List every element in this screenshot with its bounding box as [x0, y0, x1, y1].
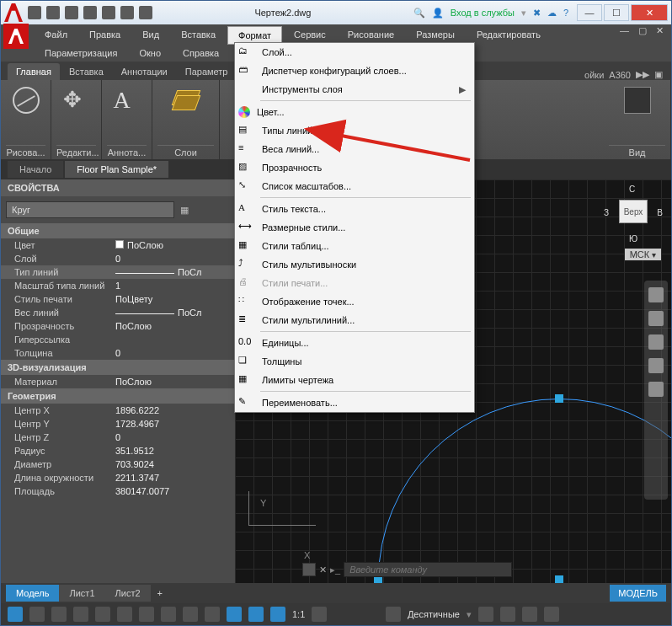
layout-tab-l1[interactable]: Лист1 [59, 585, 104, 602]
mi-dimstyle[interactable]: ⟷Размерные стили... [235, 218, 474, 237]
nav-zoom-icon[interactable] [648, 334, 664, 350]
qat-open-icon[interactable] [46, 6, 60, 19]
doc-min-icon[interactable]: — [616, 25, 632, 36]
mi-mleaderstyle[interactable]: ⤴Стиль мультивыноски [235, 255, 474, 274]
menu-view[interactable]: Вид [132, 26, 169, 45]
prop-d-v[interactable]: 703.9024 [115, 459, 235, 469]
mi-plotstyle[interactable]: 🖨Стили печати... [235, 274, 474, 292]
prop-r-v[interactable]: 351.9512 [115, 446, 235, 456]
vc-top-face[interactable]: Верх [619, 200, 648, 223]
prop-thick-v[interactable]: 0 [115, 348, 235, 358]
text-button[interactable]: A [110, 83, 144, 117]
layout-tab-model[interactable]: Модель [6, 585, 59, 602]
menu-parametric[interactable]: Параметризация [35, 45, 127, 62]
qat-saveas-icon[interactable] [83, 6, 97, 19]
prop-transp-v[interactable]: ПоСлою [115, 321, 235, 331]
app-menu-button[interactable] [3, 24, 29, 49]
prop-cz-v[interactable]: 0 [115, 432, 235, 442]
vc-west[interactable]: З [604, 208, 609, 217]
sb-osnap-icon[interactable] [95, 607, 110, 622]
prop-ltype-v[interactable]: ПоСл [115, 267, 235, 277]
viewcube-home[interactable]: МСК ▾ [625, 249, 661, 260]
cmd-handle-icon[interactable] [302, 563, 316, 576]
app-logo-icon[interactable] [4, 3, 23, 22]
ribbon-tab-param[interactable]: Параметр [177, 63, 237, 80]
ribbon-tab-trunc[interactable]: ойки [584, 70, 604, 80]
prop-mat-v[interactable]: ПоСлою [115, 377, 235, 387]
user-icon[interactable]: 👤 [432, 8, 444, 19]
mi-scalelist[interactable]: ⤡Список масштабов... [235, 177, 474, 195]
minimize-button[interactable]: — [577, 4, 602, 21]
menu-edit[interactable]: Правка [79, 26, 131, 45]
mi-layermgr[interactable]: 🗃Диспетчер конфигураций слоев... [235, 62, 474, 80]
nav-pan-icon[interactable] [648, 311, 664, 326]
qat-print-icon[interactable] [102, 6, 115, 19]
sb-polar-icon[interactable] [73, 607, 88, 622]
edit-move-button[interactable]: ✥ [60, 83, 93, 117]
mi-mlinestyle[interactable]: ≣Стили мультилиний... [235, 311, 474, 329]
sb-qp-icon[interactable] [227, 607, 242, 622]
mi-ptstyle[interactable]: ∷Отображение точек... [235, 292, 474, 311]
sb-ws-icon[interactable] [386, 607, 401, 622]
draw-line-button[interactable] [9, 83, 43, 117]
mi-layer[interactable]: 🗂Слой... [235, 43, 474, 62]
qat-undo-icon[interactable] [120, 6, 134, 19]
command-input[interactable] [344, 562, 512, 577]
prop-lw-v[interactable]: ПоСл [115, 308, 235, 318]
qat-save-icon[interactable] [65, 6, 78, 19]
sb-custom-icon[interactable] [544, 607, 559, 622]
cmd-close-icon[interactable]: ✕ [319, 564, 327, 575]
sb-snap-icon[interactable] [29, 607, 45, 622]
ribbon-tab-insert[interactable]: Вставка [61, 63, 112, 80]
layers-button[interactable] [169, 83, 203, 117]
sb-transp-icon[interactable] [205, 607, 220, 622]
grip-top[interactable] [555, 394, 563, 403]
vc-east[interactable]: В [657, 208, 663, 217]
vc-south[interactable]: Ю [629, 234, 637, 243]
prop-cx-v[interactable]: 1896.6222 [115, 405, 235, 415]
layout-tab-l2[interactable]: Лист2 [105, 585, 151, 602]
prop-area-v[interactable]: 380147.0077 [115, 486, 235, 496]
prop-color-v[interactable]: ПоСлою [115, 240, 235, 250]
help-icon[interactable]: ? [563, 8, 568, 18]
ribbon-tab-a360[interactable]: A360 [609, 70, 631, 80]
menu-file[interactable]: Файл [35, 26, 77, 45]
sb-3dosnap-icon[interactable] [117, 607, 132, 622]
selection-combo[interactable]: Круг [6, 201, 174, 218]
sb-units[interactable]: Десятичные [408, 609, 460, 619]
vc-north[interactable]: С [629, 185, 635, 194]
ribbon-play-icon[interactable]: ▶▶ [636, 69, 649, 80]
sb-cycle-icon[interactable] [248, 607, 264, 622]
ribbon-expand-icon[interactable]: ▣ [654, 69, 663, 80]
signin-link[interactable]: Вход в службы [451, 8, 515, 18]
sb-clean-icon[interactable] [522, 607, 537, 622]
sb-grid-icon[interactable] [8, 607, 23, 622]
sb-gear-icon[interactable] [312, 607, 327, 622]
search-icon[interactable]: 🔍 [413, 8, 425, 19]
sb-hw-icon[interactable] [500, 607, 515, 622]
ribbon-tab-home[interactable]: Главная [8, 63, 60, 80]
ribbon-tab-annot[interactable]: Аннотации [113, 63, 176, 80]
menu-window[interactable]: Окно [129, 45, 171, 62]
mi-limits[interactable]: ▦Лимиты чертежа [235, 371, 474, 389]
mi-tablestyle[interactable]: ▦Стили таблиц... [235, 237, 474, 255]
close-button[interactable]: ✕ [631, 4, 668, 21]
sb-dyn-icon[interactable] [161, 607, 176, 622]
menu-modify[interactable]: Редактировать [467, 26, 551, 45]
sb-ann-icon[interactable] [270, 607, 285, 622]
sb-lwt-icon[interactable] [183, 607, 198, 622]
sb-iso-icon[interactable] [478, 607, 493, 622]
mi-textstyle[interactable]: AСтиль текста... [235, 200, 474, 218]
doc-close-icon[interactable]: ✕ [653, 25, 667, 36]
menu-help[interactable]: Справка [173, 45, 229, 62]
sb-scale[interactable]: 1:1 [292, 609, 305, 619]
doc-max-icon[interactable]: ▢ [635, 25, 650, 36]
prop-link-v[interactable] [115, 334, 235, 345]
view-button[interactable] [621, 83, 654, 117]
doctab-home[interactable]: Начало [8, 161, 63, 178]
mi-units[interactable]: 0.0Единицы... [235, 334, 474, 352]
mi-rename[interactable]: ✎Переименовать... [235, 393, 474, 412]
tilemode-button[interactable]: МОДЕЛЬ [610, 585, 666, 602]
nav-wheel-icon[interactable] [648, 287, 664, 302]
menu-insert[interactable]: Вставка [171, 26, 226, 45]
